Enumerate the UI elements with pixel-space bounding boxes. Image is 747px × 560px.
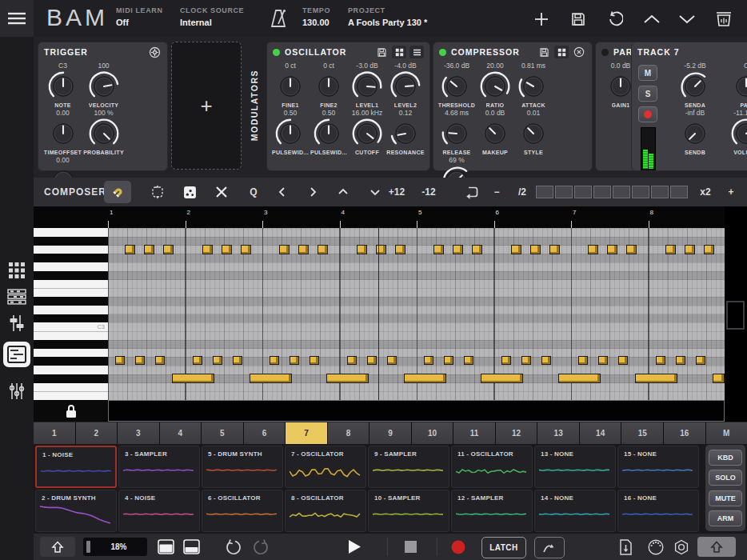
length-add-button[interactable]: + [720, 178, 742, 206]
import-file-button[interactable] [616, 537, 635, 557]
midi-note[interactable] [472, 245, 482, 254]
midi-note[interactable] [298, 245, 309, 254]
randomize-tool[interactable] [176, 178, 203, 206]
knob-velocity[interactable]: 100 VELOCITY [83, 62, 124, 108]
knob-dial[interactable] [351, 70, 383, 102]
stop-button[interactable] [400, 537, 421, 557]
knob-style[interactable]: 0.01 STYLE [514, 109, 553, 155]
nudge-left-button[interactable] [269, 178, 296, 206]
midi-note[interactable] [163, 245, 174, 254]
track-tab-16[interactable]: 16 [664, 422, 705, 444]
latch-button[interactable]: LATCH [481, 537, 526, 558]
shift-button[interactable] [40, 537, 75, 557]
midi-note[interactable] [222, 245, 232, 254]
knob-resonance[interactable]: 0.12 RESONANCE [386, 109, 425, 155]
transpose-up-button[interactable] [330, 178, 357, 206]
arm-button[interactable]: ARM [709, 510, 742, 526]
midi-note[interactable] [558, 374, 601, 383]
trigger-settings-icon[interactable] [147, 46, 162, 58]
knob-release[interactable]: 4.68 ms RELEASE [437, 109, 476, 155]
modulators-strip[interactable]: MODULATORS [244, 42, 265, 170]
length-segment[interactable] [651, 186, 669, 198]
knob-dial[interactable] [47, 70, 79, 102]
midi-note[interactable] [481, 374, 523, 383]
midi-note[interactable] [115, 356, 125, 365]
knob-dial[interactable] [47, 118, 79, 150]
midi-note[interactable] [135, 356, 145, 365]
undo-edit-button[interactable] [222, 537, 243, 557]
midi-note[interactable] [395, 245, 405, 254]
redo-edit-button[interactable] [251, 537, 272, 557]
undo-button[interactable] [605, 9, 625, 30]
midi-note[interactable] [598, 356, 608, 365]
track-tab-12[interactable]: 12 [496, 422, 537, 444]
knob-dial[interactable] [441, 118, 473, 150]
midi-note[interactable] [424, 356, 433, 365]
track-solo-button[interactable]: S [638, 86, 657, 102]
octave-down-button[interactable]: -12 [414, 178, 443, 206]
knob-dial[interactable] [479, 118, 511, 150]
knob-dial[interactable] [389, 70, 421, 102]
length-segment[interactable] [670, 186, 688, 198]
length-halve-button[interactable]: /2 [510, 178, 534, 206]
midi-note[interactable] [453, 245, 463, 254]
piano-key-black[interactable] [34, 271, 108, 280]
piano-key-black[interactable] [34, 374, 108, 383]
move-tool[interactable] [144, 178, 171, 206]
loop-button[interactable] [457, 178, 485, 206]
play-button[interactable] [344, 537, 365, 557]
midi-note[interactable] [676, 356, 685, 365]
compressor-save-icon[interactable] [537, 46, 551, 58]
midi-learn-field[interactable]: MIDI LEARN Off [116, 6, 163, 27]
automation-button[interactable] [534, 537, 565, 558]
timeline-ruler[interactable]: 12345678 [34, 206, 725, 228]
track-card[interactable]: 5 - DRUM SYNTH [202, 446, 283, 488]
track-card[interactable]: 6 - OSCILLATOR [202, 490, 283, 532]
midi-note[interactable] [404, 374, 446, 383]
vertical-scrollbar[interactable] [725, 206, 747, 422]
piano-key-white[interactable]: C3 [34, 322, 108, 331]
snap-magnet-tool[interactable] [104, 181, 131, 203]
track-tab-13[interactable]: 13 [537, 422, 579, 444]
track-tab-3[interactable]: 3 [118, 422, 159, 444]
pattern-down-button[interactable] [677, 9, 697, 30]
midi-note[interactable] [213, 356, 222, 365]
midi-note[interactable] [588, 245, 598, 254]
knob-dial[interactable] [517, 70, 549, 102]
knob-dial[interactable] [274, 118, 306, 150]
knob-cutoff[interactable]: 16.00 kHz CUTOFF [348, 109, 386, 155]
piano-key-black[interactable] [34, 340, 108, 349]
midi-note[interactable] [521, 356, 531, 365]
octave-up-button[interactable]: +12 [382, 178, 411, 206]
toggle-top-panel-button[interactable] [156, 537, 175, 557]
toggle-bottom-panel-button[interactable] [182, 537, 201, 557]
midi-note[interactable] [607, 245, 617, 254]
track-record-button[interactable] [638, 106, 657, 122]
midi-note[interactable] [549, 245, 560, 254]
piano-key-white[interactable] [34, 262, 108, 271]
knob-ratio[interactable]: 20.00 RATIO [476, 62, 514, 108]
midi-note[interactable] [433, 245, 444, 254]
clock-source-field[interactable]: CLOCK SOURCE Internal [180, 6, 244, 27]
knob-note[interactable]: C3 NOTE [42, 62, 83, 108]
track-card[interactable]: 2 - DRUM SYNTH [35, 490, 117, 532]
piano-key-white[interactable] [34, 366, 108, 374]
track-card[interactable]: 13 - NONE [534, 446, 616, 488]
compressor-remove-icon[interactable] [572, 46, 586, 58]
knob-pulsewid-[interactable]: 0.50 PULSEWID... [271, 109, 310, 155]
midi-note[interactable] [193, 356, 202, 365]
quantize-tool[interactable]: Q [240, 178, 267, 206]
midi-note[interactable] [501, 356, 511, 365]
length-double-button[interactable]: x2 [693, 178, 718, 206]
track-card[interactable]: 11 - OSCILLATOR [451, 446, 533, 488]
track-tab-1[interactable]: 1 [34, 422, 75, 444]
midi-note[interactable] [618, 356, 628, 365]
knob-dial[interactable] [313, 118, 345, 150]
track-card[interactable]: 10 - SAMPLER [368, 490, 449, 532]
track-tab-5[interactable]: 5 [202, 422, 243, 444]
delete-notes-tool[interactable] [208, 178, 235, 206]
midi-note[interactable] [511, 245, 521, 254]
oscillator-enable-led[interactable] [273, 49, 280, 56]
piano-key-black[interactable] [34, 237, 108, 246]
midi-note[interactable] [233, 356, 242, 365]
